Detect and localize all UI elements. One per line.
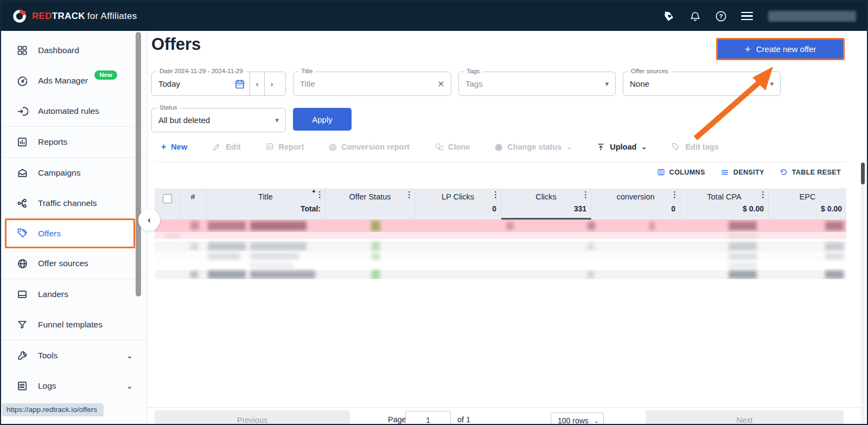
table-row[interactable] (155, 261, 846, 270)
sidebar-item-label: Reports (38, 137, 67, 147)
caret-down-icon[interactable]: ▾ (275, 116, 279, 124)
status-filter-field[interactable]: Status All but deleted ▾ (151, 108, 286, 132)
sidebar-item-tools[interactable]: Tools ⌄ (1, 340, 147, 371)
tools-wrench-icon (16, 350, 28, 362)
column-menu-icon[interactable]: ⋮ (759, 190, 767, 199)
header-conversion[interactable]: conversion⋮0 (591, 189, 680, 220)
column-menu-icon[interactable]: ⋮ (405, 190, 413, 199)
select-all-checkbox[interactable] (163, 194, 172, 203)
table-row[interactable] (155, 232, 846, 239)
rows-per-page-select[interactable]: 100 rows⌄ (551, 413, 604, 425)
caret-down-icon[interactable]: ▾ (605, 80, 609, 88)
date-range-field[interactable]: Date 2024-11-29 - 2024-11-29 Today ‹ › (151, 72, 286, 96)
sidebar-item-label: Traffic channels (38, 198, 97, 208)
new-button[interactable]: +New (161, 142, 187, 152)
sidebar-item-ads-manager[interactable]: Ads Manager New (1, 66, 147, 96)
table-row[interactable] (155, 270, 846, 279)
offers-tag-icon (16, 228, 28, 240)
status-field-value[interactable]: All but deleted (158, 115, 271, 125)
sidebar-scrollbar[interactable] (136, 32, 141, 297)
sidebar-item-dashboard[interactable]: Dashboard (1, 35, 147, 66)
scrollbar-thumb[interactable] (861, 163, 865, 184)
chevron-down-icon[interactable]: ⌄ (126, 381, 133, 391)
title-field-label: Title (298, 68, 315, 74)
column-menu-icon[interactable]: ⋮ (582, 190, 590, 199)
page-number-input[interactable] (405, 411, 451, 425)
apply-button[interactable]: Apply (293, 108, 352, 131)
sidebar-item-offers[interactable]: Offers (5, 218, 135, 248)
title-field-input[interactable]: Title (300, 79, 433, 88)
column-menu-icon[interactable]: ⋮ (316, 190, 324, 199)
date-prev-button[interactable]: ‹ (250, 79, 264, 88)
clone-button[interactable]: Clone (435, 143, 470, 151)
main-content: Offers + Create new offer Date 2024-11-2… (148, 31, 867, 424)
redtrack-logo[interactable]: REDTRACKfor Affiliates (12, 9, 137, 24)
change-status-button[interactable]: ◉Change status⌄ (495, 141, 572, 152)
density-button[interactable]: DENSITY (720, 169, 764, 176)
help-icon[interactable]: ? (715, 10, 727, 22)
sidebar-item-funnel-templates[interactable]: Funnel templates (1, 310, 147, 340)
next-page-button[interactable]: Next (646, 410, 844, 425)
plus-icon: + (161, 142, 166, 152)
chevron-left-icon: ‹ (256, 79, 259, 88)
create-new-offer-button[interactable]: + Create new offer (716, 38, 845, 60)
header-epc[interactable]: EPC$ 0.00 (769, 189, 846, 220)
columns-button[interactable]: COLUMNS (657, 168, 705, 176)
tags-filter-field[interactable]: Tags Tags ▾ (458, 72, 616, 96)
brand-text: REDTRACKfor Affiliates (32, 11, 137, 22)
pagination-bar: Previous Page of 1 100 rows⌄ Next (155, 410, 846, 425)
menu-hamburger-icon[interactable] (741, 12, 753, 21)
upload-button[interactable]: Upload⌄ (597, 143, 647, 151)
offer-sources-field-value[interactable]: None (630, 79, 765, 88)
clone-icon (435, 143, 443, 151)
divider (155, 162, 846, 162)
header-total-cpa[interactable]: Total CPA⋮$ 0.00 (680, 189, 769, 220)
tags-field-input[interactable]: Tags (465, 79, 601, 88)
date-next-button[interactable]: › (265, 79, 279, 88)
offer-sources-filter-field[interactable]: Offer sources None ▾ (623, 72, 781, 96)
notifications-bell-icon[interactable] (689, 10, 701, 22)
chevron-down-icon[interactable]: ⌄ (126, 351, 133, 360)
table-row[interactable] (155, 241, 846, 252)
header-title[interactable]: Title✦⋮Total: (206, 189, 326, 220)
table-row[interactable] (155, 252, 846, 261)
sidebar-item-landers[interactable]: Landers (1, 279, 147, 310)
new-badge: New (94, 70, 117, 80)
table-controls: COLUMNS DENSITY TABLE RESET (657, 168, 841, 176)
sidebar-collapse-button[interactable]: ‹ (138, 209, 160, 231)
sidebar-item-reports[interactable]: Reports (1, 127, 147, 157)
caret-down-icon[interactable]: ▾ (770, 80, 774, 88)
clear-icon[interactable]: ✕ (437, 79, 444, 89)
funnel-icon (16, 319, 28, 331)
status-url-tooltip: https://app.redtrack.io/offers (2, 403, 104, 416)
automated-rules-icon (16, 105, 28, 117)
header-clicks[interactable]: Clicks⋮331 (501, 189, 591, 220)
sidebar-item-campaigns[interactable]: Campaigns (1, 158, 147, 188)
previous-page-button[interactable]: Previous (155, 410, 350, 425)
sidebar-item-automated-rules[interactable]: Automated rules (1, 96, 147, 126)
header-number[interactable]: # (180, 189, 206, 220)
calendar-icon[interactable] (234, 79, 245, 89)
sidebar-item-label: Automated rules (38, 106, 99, 116)
user-name-redacted[interactable] (768, 11, 856, 22)
report-button[interactable]: Report (266, 143, 304, 151)
table-reset-button[interactable]: TABLE RESET (780, 168, 841, 176)
sidebar: Dashboard Ads Manager New Automated rule… (1, 31, 148, 424)
table-row[interactable] (155, 220, 846, 232)
title-filter-field[interactable]: Title Title ✕ (293, 72, 451, 96)
sidebar-item-logs[interactable]: Logs ⌄ (1, 371, 147, 401)
main-scrollbar[interactable] (861, 162, 865, 425)
sidebar-item-label: Offers (38, 229, 61, 239)
tag-icon (672, 143, 680, 151)
header-offer-status[interactable]: Offer Status⋮ (326, 189, 415, 220)
column-menu-icon[interactable]: ⋮ (492, 190, 500, 199)
edit-tags-button[interactable]: Edit tags (672, 143, 718, 151)
conversion-report-button[interactable]: ◎Conversion report (329, 141, 410, 152)
sidebar-item-traffic-channels[interactable]: Traffic channels (1, 188, 147, 218)
edit-button[interactable]: Edit (212, 143, 240, 151)
sidebar-item-offer-sources[interactable]: Offer sources (1, 248, 147, 279)
header-lp-clicks[interactable]: LP Clicks⋮0 (415, 189, 501, 220)
sidebar-item-label: Campaigns (38, 168, 80, 178)
promo-tag-icon[interactable] (663, 10, 675, 22)
column-menu-icon[interactable]: ⋮ (671, 190, 679, 199)
